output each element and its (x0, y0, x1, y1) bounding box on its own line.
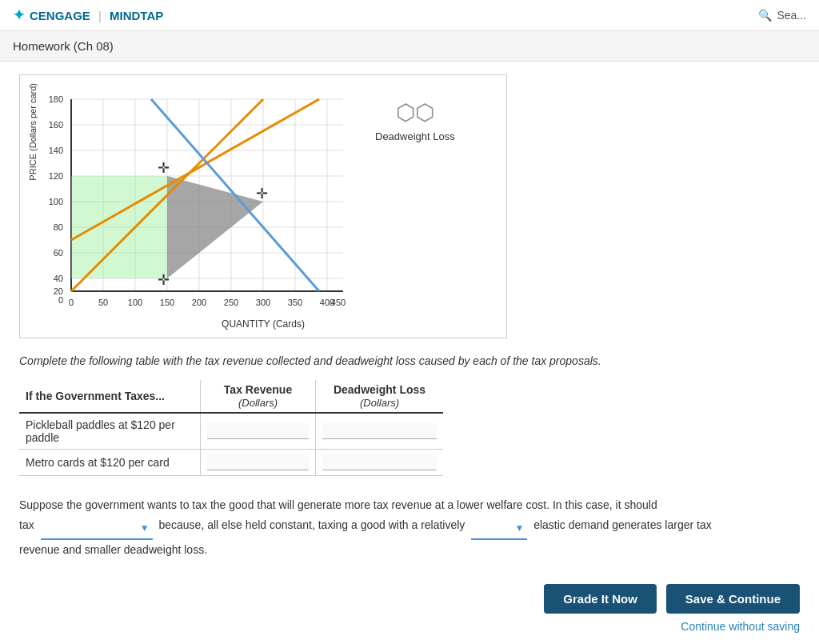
search-icon: 🔍 (758, 9, 772, 22)
header: ✦ CENGAGE | MINDTAP 🔍 Sea... (0, 0, 819, 31)
logo: ✦ CENGAGE | MINDTAP (13, 6, 163, 24)
svg-text:180: 180 (49, 94, 63, 104)
logo-divider: | (98, 9, 102, 22)
svg-text:120: 120 (49, 171, 63, 181)
row1-deadweight-loss-input[interactable] (322, 423, 437, 439)
svg-text:50: 50 (98, 298, 108, 307)
svg-text:140: 140 (49, 146, 63, 155)
continue-without-saving-button[interactable]: Continue without saving (681, 620, 800, 633)
dropdown-tax-arrow: ▼ (140, 520, 150, 538)
dropdown-elasticity-arrow: ▼ (514, 520, 524, 538)
dropdown-tax[interactable]: ▼ (41, 519, 153, 540)
green-region (71, 176, 167, 278)
search-area[interactable]: 🔍 Sea... (758, 9, 806, 22)
svg-text:60: 60 (54, 248, 63, 258)
svg-text:100: 100 (128, 298, 142, 307)
svg-text:0: 0 (69, 298, 74, 307)
page-title: Homework (Ch 08) (13, 39, 114, 53)
svg-text:200: 200 (192, 298, 206, 307)
svg-text:160: 160 (49, 120, 63, 130)
col2-header: Tax Revenue (Dollars) (201, 380, 316, 413)
x-axis-label: QUANTITY (Cards) (28, 318, 498, 330)
svg-text:300: 300 (256, 298, 270, 307)
sentence-text1: Suppose the government wants to tax the … (19, 498, 657, 511)
dropdown-elasticity[interactable]: ▼ (471, 519, 527, 540)
sentence-text3: because, all else held constant, taxing … (158, 518, 465, 531)
table-row: Metro cards at $120 per card (19, 450, 443, 476)
row1-deadweight-loss (316, 413, 443, 450)
mindtap-text: MINDTAP (110, 9, 163, 22)
col1-header: If the Government Taxes... (19, 380, 201, 413)
search-text: Sea... (777, 9, 806, 22)
crosshair-top-left[interactable]: ✛ (158, 160, 170, 176)
y-axis-label: PRICE (Dollars per card) (28, 83, 38, 181)
row2-label: Metro cards at $120 per card (19, 450, 201, 476)
col3-header: Deadweight Loss (Dollars) (316, 380, 443, 413)
svg-text:0: 0 (58, 295, 63, 305)
row1-label: Pickleball paddles at $120 per paddle (19, 413, 201, 450)
row2-deadweight-loss (316, 450, 443, 476)
row1-tax-revenue (201, 413, 316, 450)
svg-text:40: 40 (54, 274, 63, 283)
row2-tax-revenue-input[interactable] (207, 454, 309, 470)
buttons-row: Grade It Now Save & Continue (544, 584, 800, 614)
instructions-text: Complete the following table with the ta… (19, 354, 619, 367)
footer-buttons: Grade It Now Save & Continue Continue wi… (19, 584, 800, 633)
row1-tax-revenue-input[interactable] (207, 423, 309, 439)
svg-text:100: 100 (49, 197, 63, 206)
breadcrumb: Homework (Ch 08) (0, 31, 819, 62)
svg-text:450: 450 (331, 298, 346, 307)
chart-area: PRICE (Dollars per card) (28, 83, 498, 315)
legend-icon: ⬡⬡ (396, 99, 434, 126)
logo-icon: ✦ (13, 6, 25, 24)
sentence-text2: tax (19, 518, 34, 531)
svg-text:150: 150 (160, 298, 174, 307)
cengage-text: CENGAGE (30, 9, 90, 22)
save-button[interactable]: Save & Continue (666, 584, 800, 614)
sentence-section: Suppose the government wants to tax the … (19, 495, 739, 560)
table-row: Pickleball paddles at $120 per paddle (19, 413, 443, 450)
crosshair-bottom[interactable]: ✛ (158, 272, 170, 288)
legend-label: Deadweight Loss (375, 130, 455, 142)
chart-svg: ✛ ✛ ✛ D M 180 160 140 120 100 80 60 40 2… (39, 83, 351, 315)
chart-legend: ⬡⬡ Deadweight Loss (375, 83, 455, 142)
row2-tax-revenue (201, 450, 316, 476)
svg-text:250: 250 (224, 298, 238, 307)
main-content: PRICE (Dollars per card) (0, 62, 819, 644)
grade-button[interactable]: Grade It Now (544, 584, 657, 614)
row2-deadweight-loss-input[interactable] (322, 454, 437, 470)
svg-text:80: 80 (54, 222, 63, 232)
crosshair-middle[interactable]: ✛ (256, 186, 268, 202)
svg-text:350: 350 (288, 298, 302, 307)
data-table: If the Government Taxes... Tax Revenue (… (19, 380, 443, 476)
chart-container: PRICE (Dollars per card) (19, 74, 507, 338)
